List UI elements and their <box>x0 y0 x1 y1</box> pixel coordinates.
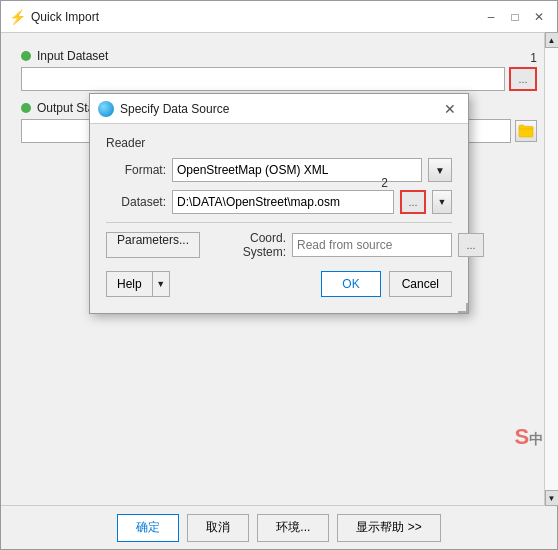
dataset-arrow-icon: ▼ <box>438 197 447 207</box>
title-bar-controls: – □ ✕ <box>481 7 549 27</box>
coord-system-label: Coord. System: <box>206 231 286 259</box>
dialog-body: Reader Format: ▼ Dataset: 2 <box>90 124 468 313</box>
coord-system-browse-button[interactable]: ... <box>458 233 484 257</box>
coord-system-row: Parameters... Coord. System: ... <box>106 231 452 259</box>
help-dropdown-button[interactable]: ▼ <box>152 271 170 297</box>
show-help-label: 显示帮助 >> <box>356 520 421 534</box>
dataset-browse-button[interactable]: ... <box>400 190 426 214</box>
format-row: Format: ▼ <box>106 158 452 182</box>
dataset-browse-dots: ... <box>408 196 417 208</box>
ok-button[interactable]: OK <box>321 271 380 297</box>
cancel-bottom-label: 取消 <box>206 520 230 534</box>
help-group: Help ▼ <box>106 271 170 297</box>
dialog-buttons-row: Help ▼ OK Cancel <box>106 267 452 301</box>
dialog-title-left: Specify Data Source <box>98 101 229 117</box>
bottom-toolbar: 确定 取消 环境... 显示帮助 >> <box>1 505 557 549</box>
dialog-title-bar: Specify Data Source ✕ <box>90 94 468 124</box>
watermark: S中· <box>514 424 547 450</box>
title-bar-left: ⚡ Quick Import <box>9 9 99 25</box>
maximize-button[interactable]: □ <box>505 7 525 27</box>
title-bar: ⚡ Quick Import – □ ✕ <box>1 1 557 33</box>
close-button[interactable]: ✕ <box>529 7 549 27</box>
scrollbar-right: ▲ ▼ <box>544 32 558 506</box>
scroll-track <box>545 48 559 490</box>
dataset-field[interactable] <box>172 190 394 214</box>
format-dropdown-button[interactable]: ▼ <box>428 158 452 182</box>
dialog-overlay: Specify Data Source ✕ Reader Format: ▼ <box>1 33 557 505</box>
minimize-button[interactable]: – <box>481 7 501 27</box>
cancel-bottom-button[interactable]: 取消 <box>187 514 249 542</box>
environment-button[interactable]: 环境... <box>257 514 329 542</box>
window-icon: ⚡ <box>9 9 25 25</box>
main-content: Input Dataset ... 1 Output Staging Geoda… <box>1 33 557 505</box>
specify-data-source-dialog: Specify Data Source ✕ Reader Format: ▼ <box>89 93 469 314</box>
main-window: ⚡ Quick Import – □ ✕ Input Dataset ... 1 <box>0 0 558 550</box>
cancel-label: Cancel <box>402 277 439 291</box>
dialog-separator <box>106 222 452 223</box>
dataset-row: Dataset: 2 ... ▼ <box>106 190 452 214</box>
dialog-close-button[interactable]: ✕ <box>440 99 460 119</box>
dialog-resize-handle[interactable] <box>458 303 468 313</box>
show-help-button[interactable]: 显示帮助 >> <box>337 514 440 542</box>
parameters-button[interactable]: Parameters... <box>106 232 200 258</box>
dataset-label: Dataset: <box>106 195 166 209</box>
dialog-title: Specify Data Source <box>120 102 229 116</box>
cancel-button[interactable]: Cancel <box>389 271 452 297</box>
badge-2: 2 <box>381 176 388 190</box>
scroll-down-button[interactable]: ▼ <box>545 490 559 506</box>
coord-system-field[interactable] <box>292 233 452 257</box>
format-label: Format: <box>106 163 166 177</box>
watermark-text: S <box>514 424 529 449</box>
confirm-button[interactable]: 确定 <box>117 514 179 542</box>
dataset-arrow-button[interactable]: ▼ <box>432 190 452 214</box>
ok-label: OK <box>342 277 359 291</box>
parameters-label: Parameters... <box>117 233 189 247</box>
reader-label: Reader <box>106 136 452 150</box>
dialog-icon <box>98 101 114 117</box>
scroll-up-button[interactable]: ▲ <box>545 32 559 48</box>
window-title: Quick Import <box>31 10 99 24</box>
help-label: Help <box>117 277 142 291</box>
environment-label: 环境... <box>276 520 310 534</box>
help-button[interactable]: Help <box>106 271 152 297</box>
coord-browse-dots: ... <box>466 239 475 251</box>
dropdown-arrow: ▼ <box>435 165 445 176</box>
confirm-label: 确定 <box>136 520 160 534</box>
